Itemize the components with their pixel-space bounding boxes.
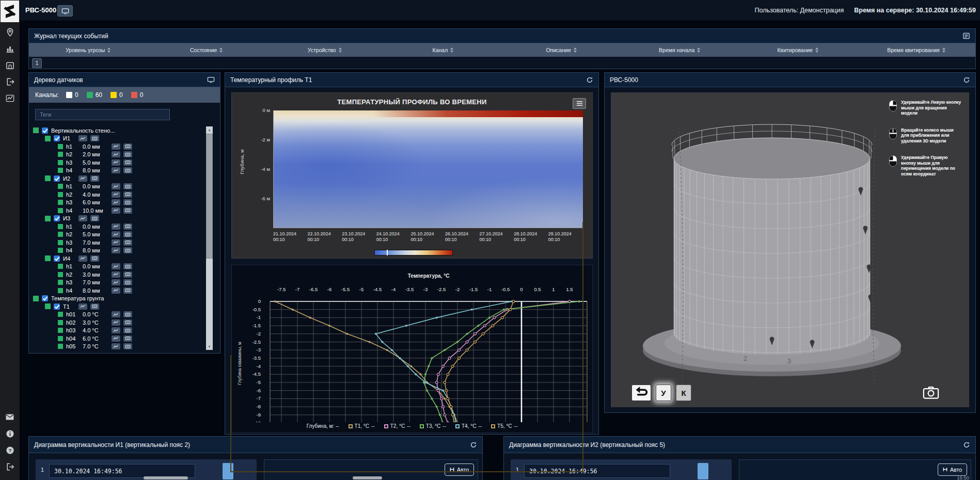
tree-channel-row[interactable]: h36.0 мм (29, 199, 204, 207)
sparkline-icon[interactable] (112, 223, 120, 230)
tree-channel-row[interactable]: h410.0 мм (29, 206, 204, 215)
sparkline-icon[interactable] (112, 311, 120, 317)
mail-icon[interactable] (5, 412, 15, 422)
checkbox[interactable] (54, 215, 60, 221)
tree-channel-row[interactable]: h034.0 °C (29, 327, 204, 335)
sparkline-icon[interactable] (78, 175, 87, 182)
show-panel-icon[interactable] (123, 207, 132, 214)
archive-icon[interactable] (5, 60, 15, 70)
h-scrollbar-thumb[interactable] (144, 476, 188, 479)
sparkline-icon[interactable] (112, 287, 120, 294)
model-3d-viewport[interactable]: 23 Удерживайте Левую кнопку мыши для вра… (611, 92, 969, 407)
sparkline-icon[interactable] (112, 271, 120, 278)
show-panel-icon[interactable] (123, 247, 132, 253)
tree-node-row[interactable]: И2 (29, 174, 204, 183)
show-panel-icon[interactable] (123, 143, 132, 150)
show-panel-icon[interactable] (123, 231, 132, 237)
refresh-icon[interactable] (963, 441, 970, 449)
bar-chart-icon[interactable] (5, 43, 15, 54)
sparkline-icon[interactable] (112, 183, 120, 189)
tree-channel-row[interactable]: h37.0 мм (29, 279, 204, 287)
tree-channel-row[interactable]: h057.0 °C (29, 343, 204, 351)
sparkline-icon[interactable] (112, 159, 120, 166)
timestamp-field[interactable]: 30.10.2024 16:49:56 (49, 464, 195, 478)
tree-channel-row[interactable]: h23.0 мм (29, 270, 204, 279)
tree-node-row[interactable]: И1 (29, 135, 204, 143)
sparkline-icon[interactable] (112, 239, 120, 246)
checkbox[interactable] (54, 303, 60, 310)
legend-item[interactable]: Т2, °C-- (384, 423, 410, 429)
column-header[interactable]: Квитирование (739, 47, 857, 53)
column-header[interactable]: Канал (384, 47, 502, 53)
tree-channel-row[interactable]: h10.0 мм (29, 263, 204, 271)
legend-item[interactable]: Т4, °C-- (455, 423, 482, 429)
bar-marker[interactable] (698, 463, 708, 479)
refresh-icon[interactable] (586, 76, 593, 84)
heatmap-plot[interactable] (273, 110, 583, 228)
checkbox[interactable] (54, 135, 60, 141)
checkbox[interactable] (42, 295, 48, 301)
h-scrollbar-thumb[interactable] (353, 476, 382, 479)
sparkline-icon[interactable] (112, 247, 120, 253)
tree-channel-row[interactable]: h37.0 мм (29, 238, 204, 247)
column-header[interactable]: Устройство (265, 47, 384, 53)
sparkline-icon[interactable] (112, 191, 120, 198)
show-panel-icon[interactable] (123, 239, 132, 246)
refresh-icon[interactable] (963, 76, 970, 84)
u-mode-button[interactable]: У (656, 385, 671, 401)
show-panel-icon[interactable] (90, 303, 99, 310)
show-panel-icon[interactable] (123, 167, 132, 173)
sparkline-icon[interactable] (112, 319, 120, 326)
tree-scrollbar-thumb[interactable] (206, 134, 213, 259)
show-panel-icon[interactable] (90, 135, 99, 141)
tree-node-row[interactable]: И3 (29, 215, 204, 223)
info-icon[interactable] (5, 428, 15, 439)
show-panel-icon[interactable] (90, 175, 99, 182)
logout-icon[interactable] (5, 461, 15, 472)
app-logo[interactable] (1, 1, 19, 22)
tree-node-row[interactable]: Т1 (29, 302, 204, 311)
location-pin-icon[interactable] (5, 27, 15, 37)
sparkline-icon[interactable] (112, 263, 120, 269)
sparkline-icon[interactable] (112, 199, 120, 205)
display-icon[interactable] (207, 76, 215, 84)
show-panel-icon[interactable] (123, 343, 132, 349)
profile-plot[interactable]: -7.5-7-6.5-6-5.5-5-4.5-4-3.5-3-2.5-2-1.5… (232, 265, 592, 424)
sparkline-icon[interactable] (112, 343, 120, 349)
tree-node-row[interactable]: И4 (29, 254, 204, 263)
tree-channel-row[interactable]: h35.0 мм (29, 158, 204, 167)
sparkline-icon[interactable] (112, 167, 120, 173)
show-panel-icon[interactable] (123, 271, 132, 278)
sparkline-icon[interactable] (78, 215, 87, 221)
show-panel-icon[interactable] (123, 279, 132, 285)
tree-channel-row[interactable]: h10.0 мм (29, 222, 204, 231)
column-header[interactable]: Время квитирования (857, 47, 975, 53)
show-panel-icon[interactable] (123, 263, 132, 269)
tree-channel-row[interactable]: h25.0 мм (29, 231, 204, 239)
sparkline-icon[interactable] (112, 143, 120, 150)
auto-scale-button[interactable]: Авто (938, 463, 967, 476)
tree-channel-row[interactable]: h48.0 мм (29, 167, 204, 175)
heatmap-colorbar[interactable] (374, 250, 453, 255)
show-panel-icon[interactable] (90, 255, 99, 262)
column-header[interactable]: Описание (502, 47, 621, 53)
tree-channel-row[interactable]: h24.0 мм (29, 190, 204, 199)
legend-item[interactable]: Т1, °C-- (349, 423, 375, 429)
sparkline-icon[interactable] (112, 151, 120, 157)
tree-channel-row[interactable]: h046.0 °C (29, 334, 204, 343)
tree-node-row[interactable]: Температура грунта (29, 295, 204, 303)
tree-channel-row[interactable]: h10.0 мм (29, 183, 204, 191)
show-panel-icon[interactable] (123, 151, 132, 157)
show-panel-icon[interactable] (123, 159, 132, 166)
column-header[interactable]: Уровень угрозы (29, 47, 147, 53)
tree-channel-row[interactable]: h023.0 °C (29, 318, 204, 327)
show-panel-icon[interactable] (123, 287, 132, 294)
show-panel-icon[interactable] (123, 223, 132, 230)
show-panel-icon[interactable] (123, 335, 132, 342)
legend-item[interactable]: Т5, °C-- (491, 423, 517, 429)
help-icon[interactable]: ? (5, 445, 15, 455)
checkbox[interactable] (42, 127, 48, 134)
chart-menu-icon[interactable] (573, 98, 586, 109)
tree-node-row[interactable]: Вертикальность стено... (29, 126, 204, 135)
tree-channel-row[interactable]: h48.0 мм (29, 286, 204, 295)
